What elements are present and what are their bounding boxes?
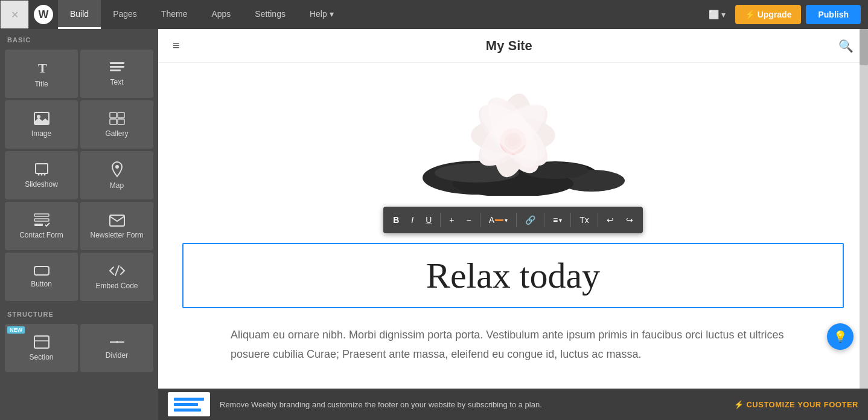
scrollbar-track[interactable] <box>860 29 868 389</box>
widget-title-label: Title <box>34 80 48 88</box>
redo-button[interactable]: ↪ <box>621 213 638 227</box>
svg-rect-2 <box>110 66 124 68</box>
weebly-logo: W <box>34 5 53 24</box>
svg-rect-7 <box>118 112 124 118</box>
tab-help[interactable]: Help ▾ <box>298 0 346 29</box>
text-toolbar: B I U + − A ▾ 🔗 ≡ <box>383 207 643 233</box>
bold-button[interactable]: B <box>388 213 404 227</box>
title-icon: T <box>33 59 50 76</box>
section-icon <box>33 335 50 349</box>
form-icon <box>33 213 50 227</box>
widget-title[interactable]: T Title <box>5 50 78 98</box>
footer-message: Remove Weebly branding and customize the… <box>220 400 724 409</box>
button-icon <box>33 265 50 276</box>
footer-preview-lines <box>174 398 204 412</box>
embed-icon <box>109 263 126 278</box>
format-button[interactable]: Tx <box>575 213 594 227</box>
footer-banner: Remove Weebly branding and customize the… <box>158 389 868 420</box>
device-selector[interactable]: ⬜ ▾ <box>704 10 730 19</box>
widget-text-label: Text <box>110 78 123 86</box>
tab-pages[interactable]: Pages <box>101 0 149 29</box>
help-button[interactable]: 💡 <box>827 323 854 350</box>
widget-image[interactable]: Image <box>5 100 78 149</box>
widget-slideshow[interactable]: Slideshow <box>5 151 78 199</box>
basic-section-label: BASIC <box>0 29 158 47</box>
canvas-scroll[interactable]: ≡ My Site 🔍 <box>158 29 868 389</box>
svg-point-11 <box>40 174 42 176</box>
structure-section-label: STRUCTURE <box>0 303 158 321</box>
logo: W <box>29 0 58 29</box>
toolbar-divider-5 <box>570 213 571 227</box>
map-icon <box>110 161 124 178</box>
hero-image <box>158 63 868 202</box>
widget-section-label: Section <box>29 353 53 361</box>
align-button[interactable]: ≡ ▾ <box>548 213 567 227</box>
font-color-button[interactable]: A ▾ <box>484 213 512 227</box>
widget-embed-code[interactable]: Embed Code <box>80 253 153 301</box>
widget-map-label: Map <box>110 181 124 190</box>
customize-footer-button[interactable]: ⚡ CUSTOMIZE YOUR FOOTER <box>734 400 858 409</box>
nav-tabs: Build Pages Theme Apps Settings Help ▾ <box>58 0 346 29</box>
widget-image-label: Image <box>31 129 51 138</box>
widget-embed-code-label: Embed Code <box>95 282 138 290</box>
widget-map[interactable]: Map <box>80 151 153 199</box>
sidebar: BASIC T Title <box>0 29 158 420</box>
tab-theme[interactable]: Theme <box>149 0 200 29</box>
toolbar-divider-3 <box>516 213 517 227</box>
text-icon <box>109 61 126 74</box>
remove-button[interactable]: − <box>462 213 476 227</box>
footer-line-3 <box>174 409 201 412</box>
widget-gallery[interactable]: Gallery <box>80 100 153 149</box>
site-header: ≡ My Site 🔍 <box>158 29 868 63</box>
toolbar-divider-4 <box>544 213 544 227</box>
tab-build[interactable]: Build <box>58 0 101 29</box>
footer-line-1 <box>174 398 204 401</box>
link-button[interactable]: 🔗 <box>520 213 540 227</box>
text-toolbar-container: B I U + − A ▾ 🔗 ≡ <box>158 202 868 238</box>
tab-settings[interactable]: Settings <box>243 0 298 29</box>
new-badge: NEW <box>7 326 25 334</box>
close-button[interactable]: ✕ <box>0 0 29 29</box>
color-swatch <box>495 219 503 221</box>
publish-button[interactable]: Publish <box>806 5 861 24</box>
widget-divider[interactable]: Divider <box>80 324 153 372</box>
underline-button[interactable]: U <box>421 213 436 227</box>
svg-text:T: T <box>38 60 47 76</box>
widget-section[interactable]: NEW Section <box>5 324 78 372</box>
svg-rect-10 <box>36 164 48 173</box>
italic-button[interactable]: I <box>406 213 418 227</box>
heading-block[interactable]: Relax today <box>182 243 844 308</box>
widget-contact-form[interactable]: Contact Form <box>5 202 78 250</box>
widget-text[interactable]: Text <box>80 50 153 98</box>
widget-divider-label: Divider <box>106 351 128 360</box>
svg-rect-19 <box>34 267 49 275</box>
nav-right-actions: ⬜ ▾ ⚡ Upgrade Publish <box>704 5 868 24</box>
upgrade-button[interactable]: ⚡ Upgrade <box>735 5 802 24</box>
search-icon: 🔍 <box>838 39 854 53</box>
svg-rect-20 <box>34 336 49 348</box>
svg-rect-9 <box>118 119 124 124</box>
slideshow-icon <box>33 162 50 176</box>
structure-widgets: NEW Section <box>0 321 158 375</box>
svg-point-12 <box>37 174 39 176</box>
widget-button[interactable]: Button <box>5 253 78 301</box>
gallery-icon <box>109 111 126 126</box>
body-text: Aliquam eu ornare nibh. Morbi dignissim … <box>158 313 868 376</box>
svg-rect-8 <box>110 119 116 124</box>
insert-button[interactable]: + <box>444 213 459 227</box>
main-heading[interactable]: Relax today <box>208 254 819 297</box>
scrollbar-thumb[interactable] <box>860 29 868 65</box>
widget-gallery-label: Gallery <box>105 129 128 138</box>
svg-rect-15 <box>34 214 49 216</box>
widget-section-wrapper: NEW Section <box>5 324 78 372</box>
divider-icon <box>109 337 126 347</box>
tab-apps[interactable]: Apps <box>199 0 243 29</box>
svg-rect-6 <box>110 112 116 118</box>
widget-newsletter-form[interactable]: Newsletter Form <box>80 202 153 250</box>
undo-button[interactable]: ↩ <box>602 213 619 227</box>
svg-rect-16 <box>34 219 49 221</box>
widget-button-label: Button <box>31 280 52 288</box>
hamburger-icon: ≡ <box>173 39 180 53</box>
flower-svg <box>386 75 640 196</box>
footer-preview <box>168 392 210 416</box>
